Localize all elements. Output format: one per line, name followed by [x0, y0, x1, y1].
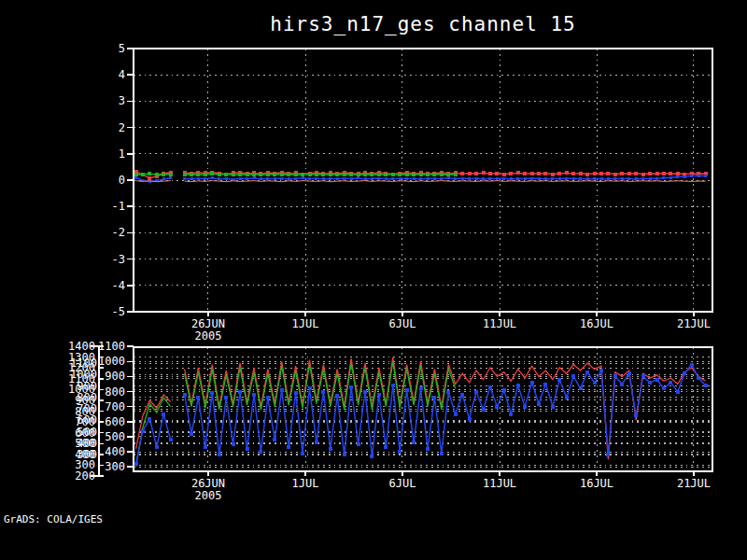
series-red-bias-marker — [599, 172, 603, 175]
series-blue-count-marker — [412, 441, 416, 444]
series-blue-bias-marker — [698, 175, 700, 177]
series-blue-count-marker — [620, 383, 624, 386]
series-blue-count-marker — [134, 462, 138, 466]
series-blue-count-marker — [454, 413, 458, 416]
series-blue-bias-marker — [454, 177, 457, 180]
series-blue-bias-marker — [572, 177, 575, 180]
series-blue-bias-marker — [607, 177, 610, 180]
series-green-bias-marker — [440, 173, 444, 176]
series-green-bias-marker — [412, 173, 416, 176]
series-green-bias-marker — [210, 172, 214, 175]
series-blue-count-marker — [321, 390, 325, 394]
y-tick-label: 2 — [119, 121, 125, 134]
series-blue-bias-marker — [169, 176, 172, 179]
series-green-bias-marker — [398, 173, 402, 176]
series-blue-count-marker — [495, 405, 499, 409]
series-blue-count-marker — [301, 452, 304, 455]
series-red-bias-marker — [585, 173, 589, 176]
series-red-bias-marker — [530, 172, 534, 175]
series-blue-bias-marker — [377, 177, 380, 180]
series-blue-count-marker — [593, 381, 597, 385]
series-blue-bias-marker — [343, 177, 345, 180]
series-red-bias-marker — [551, 173, 555, 176]
series-blue-count-marker — [599, 369, 603, 372]
series-green-bias-marker — [335, 173, 339, 176]
series-blue-bias-marker — [350, 177, 353, 180]
y-tick-label: 300 — [105, 460, 125, 473]
series-blue-bias-marker — [371, 177, 374, 180]
series-red-bias-marker — [641, 173, 645, 176]
series-blue-count-marker — [468, 417, 472, 421]
series-red-bias-marker — [495, 172, 499, 175]
series-blue-bias-marker — [586, 177, 589, 180]
year-label: 2005 — [195, 489, 222, 502]
series-blue-count-marker — [280, 388, 284, 392]
series-green-bias-marker — [321, 173, 325, 176]
series-blue-count-marker — [440, 452, 444, 455]
x-tick-label: 16JUL — [580, 317, 613, 330]
series-blue-count-marker — [648, 381, 652, 385]
series-red-bias-marker — [543, 172, 547, 175]
series-blue-bias-marker — [641, 177, 644, 180]
series-red-bias-marker — [509, 172, 513, 175]
series-red-bias-marker — [648, 172, 652, 175]
series-red-bias-marker — [565, 171, 569, 175]
series-green-bias-marker — [294, 173, 298, 176]
series-green-bias-marker — [196, 173, 200, 176]
series-blue-bias-marker — [447, 176, 450, 179]
series-blue-count-marker — [557, 378, 561, 382]
series-blue-bias-marker — [510, 177, 513, 180]
series-blue-bias-marker — [391, 177, 394, 180]
series-blue-bias-marker — [413, 177, 416, 180]
series-green-bias-marker — [266, 173, 270, 176]
series-red-bias-marker — [460, 172, 464, 175]
series-blue-bias-marker — [427, 177, 430, 180]
series-blue-bias-marker — [613, 177, 616, 180]
series-blue-count-marker — [655, 378, 659, 382]
series-blue-bias-marker — [655, 177, 658, 180]
series-blue-bias-marker — [329, 177, 331, 180]
series-green-bias-marker — [405, 173, 409, 176]
series-blue-bias-marker — [225, 177, 228, 180]
y-tick-label: -5 — [112, 305, 125, 318]
series-blue-count-marker — [190, 432, 193, 436]
series-red-bias-marker — [537, 172, 541, 175]
series-blue-bias-marker — [308, 177, 311, 180]
series-blue-count-marker — [391, 384, 395, 387]
series-blue-count-marker — [148, 417, 151, 421]
series-red-bias-marker — [627, 172, 631, 175]
series-blue-bias-marker — [433, 177, 436, 180]
series-green-bias-marker — [426, 173, 430, 176]
series-blue-count-marker — [218, 453, 221, 456]
series-blue-count-marker — [634, 413, 638, 417]
series-blue-bias-marker — [162, 177, 165, 180]
y-tick-label: 0 — [119, 174, 125, 187]
series-blue-bias-marker — [322, 177, 325, 180]
series-blue-bias-marker — [496, 177, 499, 180]
y-tick-label: 600 — [105, 415, 125, 428]
y-tick-label: 400 — [105, 445, 125, 458]
grads-plot-canvas: hirs3_n17_ges channel 15 26JUN20051JUL6J… — [0, 0, 747, 560]
y-tick-label: -3 — [112, 253, 125, 266]
series-blue-count-marker — [224, 396, 228, 399]
y-tick-label: 3 — [119, 94, 125, 107]
series-blue-bias-marker — [649, 177, 652, 180]
series-blue-count-marker — [523, 405, 527, 409]
series-blue-bias-marker — [183, 177, 186, 180]
series-blue-count-marker — [683, 371, 686, 375]
series-blue-count-marker — [246, 447, 249, 451]
series-blue-bias-marker — [134, 176, 137, 179]
series-blue-bias-marker — [558, 177, 561, 180]
y-tick-label: -2 — [112, 226, 125, 239]
x-tick-label: 6JUL — [389, 477, 416, 490]
y-tick-label: 800 — [105, 385, 125, 399]
y-tick-label: 900 — [105, 370, 125, 383]
series-blue-bias-marker — [253, 176, 256, 179]
y-tick-label: 5 — [119, 42, 125, 55]
series-blue-bias-marker — [294, 177, 297, 180]
series-blue-bias-marker — [704, 175, 707, 177]
series-blue-count-marker — [579, 386, 583, 390]
series-blue-count-marker — [210, 391, 214, 395]
series-green-bias-marker — [190, 173, 193, 176]
series-green-bias-marker — [218, 173, 221, 176]
